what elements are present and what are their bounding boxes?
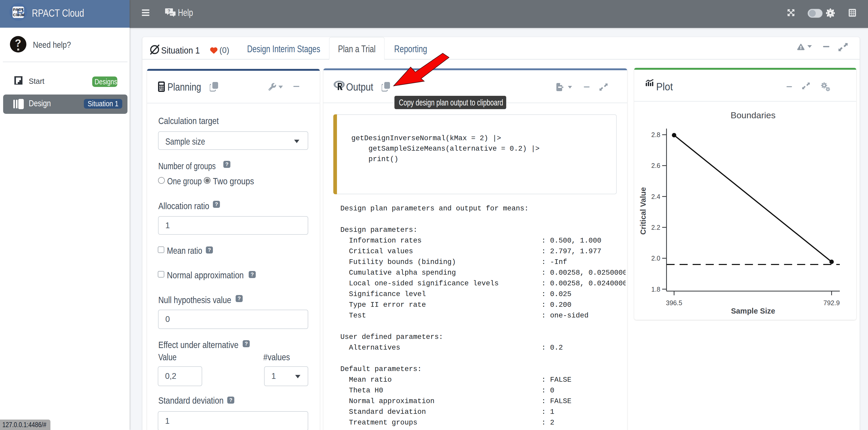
svg-text:2.8: 2.8 xyxy=(651,131,660,138)
svg-text:2.2: 2.2 xyxy=(651,224,660,231)
svg-text:Boundaries: Boundaries xyxy=(731,110,776,120)
svg-text:Critical Value: Critical Value xyxy=(639,187,647,235)
svg-text:2.6: 2.6 xyxy=(651,162,660,169)
svg-text:2.0: 2.0 xyxy=(651,255,660,262)
svg-text:1.8: 1.8 xyxy=(651,286,660,293)
svg-text:792.9: 792.9 xyxy=(823,299,840,306)
svg-text:?: ? xyxy=(168,9,170,13)
svg-text:PACT: PACT xyxy=(13,7,24,12)
svg-text:?: ? xyxy=(15,37,21,49)
svg-text:Sample Size: Sample Size xyxy=(731,307,775,315)
svg-text:2.4: 2.4 xyxy=(651,193,660,200)
svg-text:396.5: 396.5 xyxy=(666,299,682,306)
svg-text:Cloud: Cloud xyxy=(13,12,25,17)
